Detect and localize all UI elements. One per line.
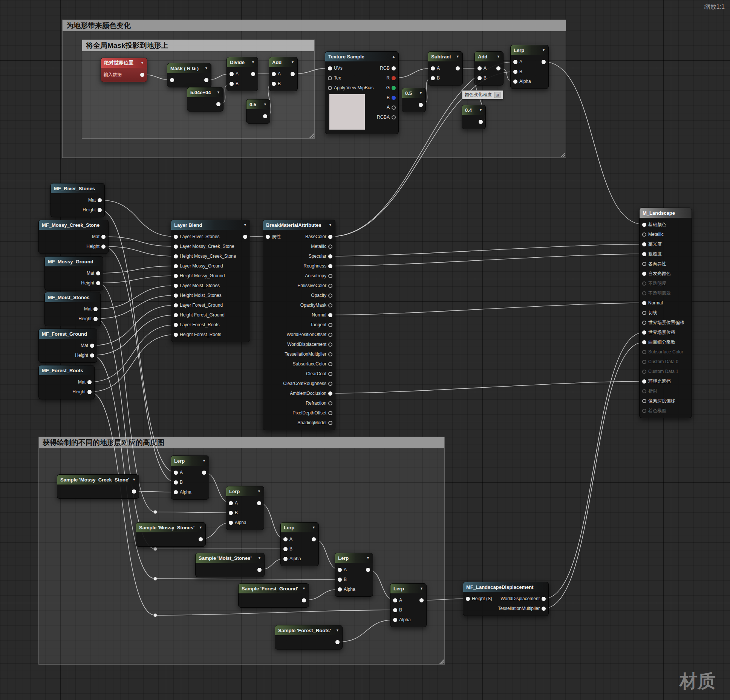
pin-lerp_b4-in-1[interactable] xyxy=(338,578,342,582)
node-header[interactable]: 5.04e+04▼ xyxy=(187,87,223,97)
pin-lerp_top-in-1[interactable] xyxy=(513,70,517,74)
node-sample_mstones[interactable]: Sample 'Mossy_Stones'▼ xyxy=(136,522,206,547)
pin-break_attrs-out-19[interactable] xyxy=(328,421,332,425)
pin-tex_sample-out-5[interactable] xyxy=(392,115,396,119)
chevron-down-icon[interactable]: ▼ xyxy=(132,478,136,481)
pin-mask_rg-in-0[interactable] xyxy=(170,78,174,82)
node-layer_blend[interactable]: Layer Blend▼Layer River_StonesLayer Moss… xyxy=(171,220,250,342)
node-header[interactable]: 0.5▼ xyxy=(402,88,425,98)
pin-m_landscape-in-4[interactable] xyxy=(642,262,646,266)
pin-add1-in-1[interactable] xyxy=(272,82,276,86)
pin-lerp_b1-out-0[interactable] xyxy=(202,471,206,475)
node-mf_mg[interactable]: MF_Mossy_GroundMatHeight xyxy=(44,256,103,290)
node-header[interactable]: Mask ( R G )▼ xyxy=(167,63,211,73)
pin-m_landscape-in-9[interactable] xyxy=(642,311,646,315)
chevron-down-icon[interactable]: ▼ xyxy=(366,556,370,560)
node-header[interactable]: MF_LandscapeDisplacement xyxy=(463,582,548,592)
pin-tex_sample-out-1[interactable] xyxy=(392,76,396,80)
pin-tex_sample-out-2[interactable] xyxy=(392,86,396,90)
pin-tex_sample-in-1[interactable] xyxy=(328,76,332,80)
pin-layer_blend-in-10[interactable] xyxy=(174,333,178,337)
node-c05a[interactable]: 0.5▼ xyxy=(246,99,270,124)
chevron-down-icon[interactable]: ▼ xyxy=(419,91,422,95)
pin-sample_moist-out-0[interactable] xyxy=(257,568,262,572)
node-header[interactable]: Sample 'Mossy_Stones'▼ xyxy=(136,523,205,532)
pin-divide-in-1[interactable] xyxy=(230,82,234,86)
pin-lerp_b5-in-2[interactable] xyxy=(393,618,397,622)
pin-break_attrs-out-4[interactable] xyxy=(328,274,332,278)
pin-layer_blend-in-6[interactable] xyxy=(174,293,178,298)
pin-c04-out-0[interactable] xyxy=(479,120,483,124)
pin-break_attrs-out-0[interactable] xyxy=(328,235,332,239)
pin-lerp_b5-in-0[interactable] xyxy=(393,598,397,602)
pin-c05a-out-0[interactable] xyxy=(263,114,267,118)
node-header[interactable]: Sample 'Forest_Roots'▼ xyxy=(275,625,342,635)
pin-mf_mcs-out-1[interactable] xyxy=(101,245,106,249)
node-add1[interactable]: Add▼AB xyxy=(269,57,298,91)
pin-break_attrs-out-16[interactable] xyxy=(328,391,332,396)
node-break_attrs[interactable]: BreakMaterialAttributes▼属性BaseColorMetal… xyxy=(263,220,335,430)
pin-lerp_b3-in-1[interactable] xyxy=(283,547,288,551)
pin-tex_sample-in-2[interactable] xyxy=(328,86,332,90)
pin-lerp_b3-in-2[interactable] xyxy=(283,557,288,561)
pin-layer_blend-in-0[interactable] xyxy=(174,235,178,239)
node-header[interactable]: Add▼ xyxy=(269,57,297,67)
node-header[interactable]: MF_Moist_Stones xyxy=(45,292,100,302)
pin-divide-out-0[interactable] xyxy=(251,72,255,76)
chevron-down-icon[interactable]: ▼ xyxy=(243,223,247,227)
node-lerp_b3[interactable]: Lerp▼ABAlpha xyxy=(280,522,319,566)
reroute-node[interactable] xyxy=(154,510,157,514)
node-divide[interactable]: Divide▼AB xyxy=(226,57,258,91)
node-mask_rg[interactable]: Mask ( R G )▼ xyxy=(167,63,211,87)
pin-add2-in-1[interactable] xyxy=(477,76,482,80)
pin-c05b-out-0[interactable] xyxy=(419,103,423,107)
node-header[interactable]: Lerp▼ xyxy=(390,584,426,593)
node-mf_river[interactable]: MF_River_StonesMatHeight xyxy=(51,183,105,217)
pin-subtract-in-1[interactable] xyxy=(431,76,435,80)
pin-m_landscape-in-11[interactable] xyxy=(642,330,646,335)
pin-lerp_top-in-2[interactable] xyxy=(513,79,517,84)
chevron-down-icon[interactable]: ▼ xyxy=(202,459,206,463)
pin-mf_disp-in-0[interactable] xyxy=(466,597,470,601)
pin-lerp_b2-in-0[interactable] xyxy=(229,501,233,505)
pin-tex_sample-in-0[interactable] xyxy=(328,66,332,70)
pin-layer_blend-in-5[interactable] xyxy=(174,284,178,288)
pin-subtract-out-0[interactable] xyxy=(456,66,460,70)
node-header[interactable]: MF_Forest_Roots xyxy=(39,365,94,375)
pin-break_attrs-out-2[interactable] xyxy=(328,254,332,258)
pin-break_attrs-out-17[interactable] xyxy=(328,401,332,405)
chevron-down-icon[interactable]: ▼ xyxy=(217,90,220,94)
node-header[interactable]: Texture Sample▲ xyxy=(325,52,398,61)
pin-lerp_b3-out-0[interactable] xyxy=(312,537,316,541)
node-header[interactable]: Sample 'Mossy_Creek_Stone'▼ xyxy=(57,475,139,484)
node-add2[interactable]: Add▼AB xyxy=(474,51,504,86)
pin-layer_blend-in-7[interactable] xyxy=(174,303,178,307)
pin-break_attrs-out-1[interactable] xyxy=(328,245,332,249)
chevron-down-icon[interactable]: ▼ xyxy=(199,526,202,529)
pin-add1-in-0[interactable] xyxy=(272,72,276,76)
material-graph-canvas[interactable]: 为地形带来颜色变化将全局Mask投影到地形上获得绘制的不同的地形层对应的高度图 … xyxy=(0,0,730,700)
pin-layer_blend-in-9[interactable] xyxy=(174,323,178,327)
pin-m_landscape-in-10[interactable] xyxy=(642,321,646,325)
pin-break_attrs-out-5[interactable] xyxy=(328,284,332,288)
reroute-node[interactable] xyxy=(154,577,157,581)
pin-break_attrs-out-14[interactable] xyxy=(328,372,332,376)
pin-m_landscape-in-8[interactable] xyxy=(642,301,646,305)
pin-lerp_b2-in-1[interactable] xyxy=(229,511,233,515)
node-header[interactable]: Add▼ xyxy=(475,52,503,61)
pin-lerp_b4-out-0[interactable] xyxy=(366,568,370,572)
pin-lerp_b5-out-0[interactable] xyxy=(419,598,424,602)
pin-c504-out-0[interactable] xyxy=(216,102,220,106)
node-c04[interactable]: 0.4▼ xyxy=(462,105,486,129)
chevron-down-icon[interactable]: ▼ xyxy=(497,55,500,58)
chevron-down-icon[interactable]: ▼ xyxy=(329,223,332,227)
pin-divide-in-0[interactable] xyxy=(230,72,234,76)
promote-variable-icon[interactable]: ⊞ xyxy=(494,92,500,98)
pin-mf_fr-out-0[interactable] xyxy=(87,380,92,384)
node-lerp_b4[interactable]: Lerp▼ABAlpha xyxy=(335,553,373,597)
pin-mf_ms-out-0[interactable] xyxy=(93,307,98,311)
pin-break_attrs-out-7[interactable] xyxy=(328,303,332,307)
chevron-down-icon[interactable]: ▼ xyxy=(291,60,294,64)
node-subtract[interactable]: Subtract▼AB xyxy=(428,51,463,86)
pin-mf_disp-out-1[interactable] xyxy=(542,607,546,611)
